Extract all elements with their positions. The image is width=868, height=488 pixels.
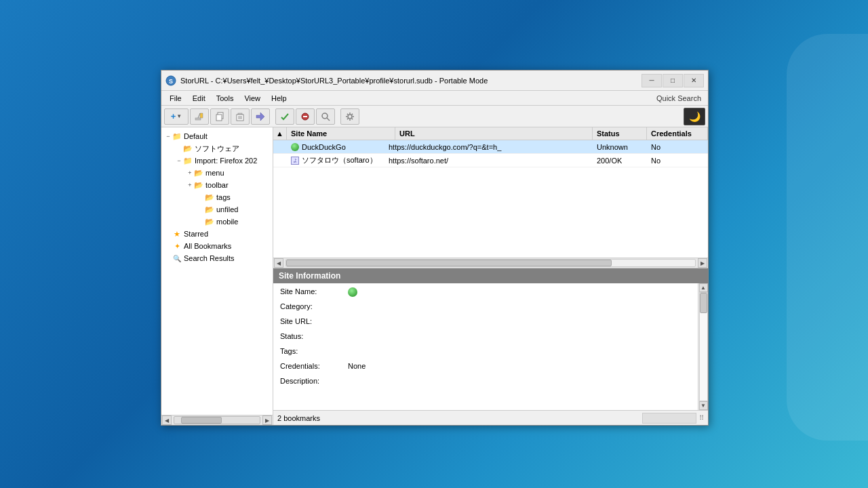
- tree-item-tags[interactable]: 📂 tags: [161, 191, 273, 203]
- expander-import-firefox[interactable]: −: [175, 157, 183, 165]
- star-starred-icon: ★: [172, 229, 182, 239]
- tree-label-toolbar: toolbar: [205, 181, 229, 189]
- expander-starred[interactable]: [164, 230, 172, 238]
- menu-bar: File Edit Tools View Help Quick Search: [161, 91, 708, 106]
- folder-unfiled-icon: 📂: [205, 205, 214, 214]
- expander-tags[interactable]: [197, 193, 205, 201]
- window-title: StorURL - C:¥Users¥felt_¥Desktop¥StorURL…: [180, 77, 642, 85]
- folder-mobile-icon: 📂: [205, 217, 214, 226]
- tree-view: − 📁 Default 📂 ソフトウェア − 📁 Import: Firefox…: [161, 127, 273, 415]
- table-hscroll-track[interactable]: [285, 259, 696, 267]
- tree-item-softwareu[interactable]: 📂 ソフトウェア: [161, 142, 273, 155]
- site-info-vscroll: ▲ ▼: [698, 283, 708, 410]
- add-dropdown-button[interactable]: + ▼: [164, 108, 189, 125]
- col-status[interactable]: Status: [593, 127, 647, 140]
- svg-line-22: [347, 113, 348, 114]
- tree-item-unfiled[interactable]: 📂 unfiled: [161, 203, 273, 216]
- tree-item-search-results[interactable]: 🔍 Search Results: [161, 252, 273, 264]
- expander-mobile[interactable]: [197, 218, 205, 226]
- site-info-label-category: Category:: [280, 302, 348, 310]
- maximize-button[interactable]: □: [663, 74, 683, 87]
- table-row[interactable]: DuckDuckGo https://duckduckgo.com/?q=&t=…: [273, 140, 708, 154]
- left-hscroll-thumb[interactable]: [181, 417, 222, 424]
- toolbar: + ▼: [161, 106, 708, 127]
- col-site-name[interactable]: Site Name: [287, 127, 395, 140]
- tree-item-mobile[interactable]: 📂 mobile: [161, 216, 273, 228]
- copy-button[interactable]: [210, 108, 229, 125]
- site-info-label-status: Status:: [280, 332, 348, 340]
- expander-default[interactable]: −: [164, 132, 172, 140]
- col-sort-arrow[interactable]: ▲: [273, 127, 287, 140]
- tree-item-default[interactable]: − 📁 Default: [161, 130, 273, 142]
- minimize-button[interactable]: ─: [642, 74, 662, 87]
- expander-softwareu[interactable]: [175, 144, 183, 152]
- menu-tools[interactable]: Tools: [211, 93, 239, 104]
- tree-label-all-bookmarks: All Bookmarks: [184, 242, 231, 250]
- site-name-globe-icon: [348, 287, 357, 297]
- svg-line-4: [198, 113, 200, 118]
- tree-item-toolbar[interactable]: + 📂 toolbar: [161, 179, 273, 191]
- left-hscroll-left-arrow[interactable]: ◀: [162, 415, 172, 425]
- table-hscroll-thumb[interactable]: [286, 260, 612, 266]
- row2-favicon: よ: [291, 157, 299, 165]
- expander-all-bookmarks[interactable]: [164, 242, 172, 250]
- menu-file[interactable]: File: [164, 93, 187, 104]
- tree-item-starred[interactable]: ★ Starred: [161, 228, 273, 240]
- site-info-label-url: Site URL:: [280, 317, 348, 325]
- moon-button[interactable]: 🌙: [684, 108, 705, 125]
- app-icon: S: [165, 75, 176, 86]
- site-info-vscroll-down[interactable]: ▼: [699, 401, 708, 410]
- site-info-body: Site Name: Category: Site URL:: [273, 283, 708, 410]
- table-hscroll-left-arrow[interactable]: ◀: [274, 258, 283, 268]
- left-panel: − 📁 Default 📂 ソフトウェア − 📁 Import: Firefox…: [161, 127, 273, 425]
- folder-menu-icon: 📂: [194, 168, 203, 178]
- svg-point-17: [348, 115, 352, 119]
- tree-item-all-bookmarks[interactable]: ✦ All Bookmarks: [161, 240, 273, 252]
- site-info-header: Site Information: [273, 268, 708, 283]
- menu-edit[interactable]: Edit: [187, 93, 211, 104]
- tree-label-menu: menu: [205, 169, 224, 177]
- status-bar: 2 bookmarks ⠿: [273, 410, 708, 425]
- table-header: ▲ Site Name URL Status Credentials: [273, 127, 708, 140]
- main-window: S StorURL - C:¥Users¥felt_¥Desktop¥StorU…: [161, 70, 709, 426]
- row1-favicon: [291, 143, 299, 151]
- site-info-row-description: Description:: [280, 377, 691, 389]
- search-results-icon: 🔍: [172, 253, 182, 263]
- col-url[interactable]: URL: [395, 127, 593, 140]
- tree-label-search-results: Search Results: [184, 254, 235, 262]
- tree-item-menu[interactable]: + 📂 menu: [161, 167, 273, 179]
- table-hscroll-right-arrow[interactable]: ▶: [698, 258, 707, 268]
- expander-search-results[interactable]: [164, 254, 172, 262]
- expander-toolbar[interactable]: +: [186, 181, 194, 189]
- delete-button[interactable]: [231, 108, 250, 125]
- close-button[interactable]: ✕: [684, 74, 704, 87]
- tree-label-default: Default: [184, 132, 208, 140]
- site-info-vscroll-track[interactable]: [699, 292, 708, 401]
- row1-url: https://duckduckgo.com/?q=&t=h_: [384, 142, 593, 152]
- validate-button[interactable]: [275, 108, 294, 125]
- site-info-row-credentials: Credentials: None: [280, 362, 691, 374]
- site-info-vscroll-thumb[interactable]: [700, 293, 707, 313]
- tree-label-mobile: mobile: [216, 218, 238, 226]
- expander-unfiled[interactable]: [197, 205, 205, 214]
- svg-line-24: [352, 113, 353, 114]
- table-row[interactable]: よ ソフタロウ（softaro） https://softaro.net/ 20…: [273, 154, 708, 167]
- col-credentials[interactable]: Credentials: [647, 127, 708, 140]
- stop-button[interactable]: [296, 108, 315, 125]
- move-button[interactable]: [251, 108, 270, 125]
- left-hscroll-track[interactable]: [174, 416, 260, 424]
- table-area: ▲ Site Name URL Status Credentials DuckD…: [273, 127, 708, 268]
- settings-button[interactable]: [340, 108, 359, 125]
- svg-line-25: [347, 118, 348, 119]
- menu-help[interactable]: Help: [266, 93, 292, 104]
- site-info-label-description: Description:: [280, 377, 348, 385]
- site-info-content: Site Name: Category: Site URL:: [273, 283, 698, 410]
- tree-item-import-firefox[interactable]: − 📁 Import: Firefox 202: [161, 155, 273, 167]
- expander-menu[interactable]: +: [186, 169, 194, 177]
- left-hscroll-right-arrow[interactable]: ▶: [262, 415, 272, 425]
- site-info-vscroll-up[interactable]: ▲: [699, 283, 708, 292]
- menu-view[interactable]: View: [239, 93, 266, 104]
- search-button[interactable]: [316, 108, 335, 125]
- left-hscroll-area: ◀ ▶: [161, 415, 273, 425]
- edit-button[interactable]: [190, 108, 209, 125]
